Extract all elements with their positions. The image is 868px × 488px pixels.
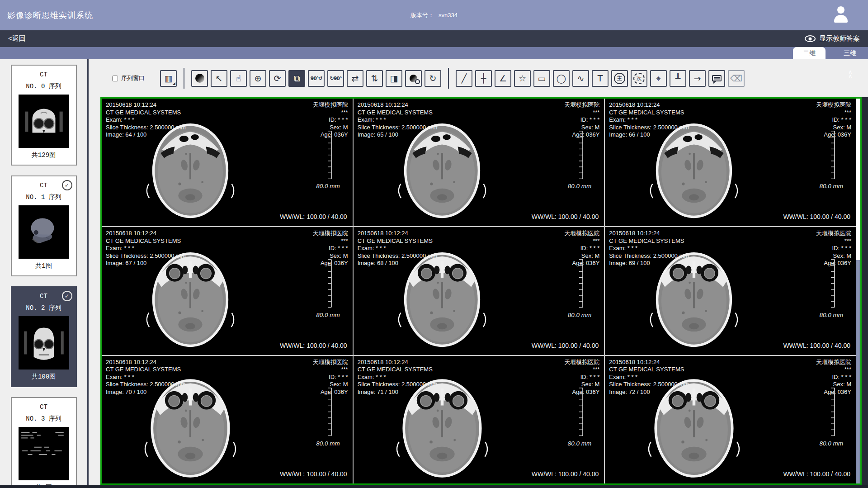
- cell-system: CT GE MEDICAL SYSTEMS: [358, 109, 438, 117]
- histogram-icon: ╨: [675, 74, 680, 83]
- cell-exam: Exam: * * *: [106, 245, 186, 252]
- tool-measure-angle[interactable]: ∠: [495, 70, 511, 87]
- draw-ellipse-icon: ◯: [557, 74, 566, 83]
- tool-refresh-rotate[interactable]: ⟳: [269, 70, 286, 87]
- series-window-toggle[interactable]: 序列窗口: [112, 74, 145, 82]
- cell-system: CT GE MEDICAL SYSTEMS: [609, 366, 689, 374]
- viewer-cell[interactable]: 20150618 10:12:24 CT GE MEDICAL SYSTEMS …: [605, 356, 856, 483]
- tab-2d[interactable]: 二维: [793, 47, 826, 59]
- cell-slice-thickness: Slice Thickness: 2.500000 mm: [358, 252, 438, 260]
- cell-patient-id: ID: * * *: [816, 116, 851, 124]
- tool-measure-line[interactable]: ╱: [456, 70, 472, 87]
- tool-flip-vertical[interactable]: ⇅: [366, 70, 383, 87]
- reset-icon: ↻: [429, 74, 437, 83]
- tool-window-level[interactable]: [405, 70, 422, 87]
- cell-patient-id: ID: * * *: [313, 374, 348, 381]
- cell-datetime: 20150618 10:12:24: [358, 359, 438, 366]
- tool-localizer[interactable]: ⌖: [650, 70, 667, 87]
- cell-patient-id: ID: * * *: [816, 374, 851, 381]
- tool-flip-horizontal[interactable]: ⇄: [347, 70, 363, 87]
- cell-hospital: 天堰模拟医院: [816, 230, 851, 237]
- tab-3d[interactable]: 三维: [832, 47, 868, 59]
- tool-draw-ellipse[interactable]: ◯: [553, 70, 570, 87]
- viewer-cell[interactable]: 20150618 10:12:24 CT GE MEDICAL SYSTEMS …: [102, 356, 353, 483]
- cell-exam: Exam: * * *: [106, 116, 186, 124]
- tool-histogram[interactable]: ╨: [670, 70, 686, 87]
- select-icon: ↖: [216, 74, 223, 83]
- user-avatar-icon[interactable]: [833, 6, 849, 24]
- tool-reset[interactable]: ↻: [425, 70, 441, 87]
- cell-patient-id: ID: * * *: [313, 245, 348, 252]
- tool-marker-primary[interactable]: 主: [611, 70, 628, 87]
- window-level-readout: WW/WL: 100.00 / 40.00: [280, 342, 347, 349]
- tool-zoom-in[interactable]: ⊕: [250, 70, 266, 87]
- viewer-cell[interactable]: 20150618 10:12:24 CT GE MEDICAL SYSTEMS …: [605, 99, 856, 226]
- viewer-cell[interactable]: 20150618 10:12:24 CT GE MEDICAL SYSTEMS …: [354, 356, 604, 483]
- skull-lateral-thumb: [19, 205, 69, 259]
- series-window-checkbox[interactable]: [112, 76, 118, 81]
- viewer-cell[interactable]: 20150618 10:12:24 CT GE MEDICAL SYSTEMS …: [605, 227, 856, 355]
- tool-layout-grid[interactable]: ▥◢: [160, 70, 177, 87]
- image-grid: 20150618 10:12:24 CT GE MEDICAL SYSTEMS …: [102, 99, 856, 483]
- series-card-0[interactable]: CT NO. 0 序列 共129图: [11, 65, 77, 166]
- scrollbar-thumb[interactable]: [856, 260, 860, 483]
- arrow-annotation-icon: →: [694, 74, 701, 83]
- series-card-3[interactable]: CT NO. 3 序列 共1图: [11, 397, 77, 488]
- eye-icon: [805, 35, 816, 42]
- viewer-cell[interactable]: 20150618 10:12:24 CT GE MEDICAL SYSTEMS …: [102, 99, 353, 226]
- scale-ruler-icon: [577, 259, 584, 308]
- tool-arrow-annotation[interactable]: →: [689, 70, 706, 87]
- tool-region-zoom[interactable]: ⧉: [288, 70, 305, 87]
- series-card-2[interactable]: ✓ CT NO. 2 序列 共100图: [11, 286, 77, 387]
- tool-draw-rectangle[interactable]: ▭: [533, 70, 550, 87]
- collapse-toolbar-button[interactable]: ∧ ∧: [848, 70, 853, 78]
- tool-pan[interactable]: ☝: [230, 70, 247, 87]
- tool-measure-cross[interactable]: ┼: [475, 70, 492, 87]
- series-card-1[interactable]: ✓ CT NO. 1 序列 共1图: [11, 175, 77, 276]
- series-name: NO. 1 序列: [12, 193, 76, 201]
- bottom-edge: [0, 485, 868, 488]
- cell-datetime: 20150618 10:12:24: [358, 230, 438, 237]
- tool-invert[interactable]: ◨: [386, 70, 402, 87]
- show-teacher-answer-button[interactable]: 显示教师答案: [805, 34, 860, 43]
- window-level-readout: WW/WL: 100.00 / 40.00: [783, 342, 850, 349]
- cell-sex: Sex: M: [564, 252, 599, 260]
- tool-window-preset-sphere[interactable]: [191, 70, 208, 87]
- viewer-cell[interactable]: 20150618 10:12:24 CT GE MEDICAL SYSTEMS …: [354, 99, 604, 226]
- scale-ruler-icon: [829, 388, 836, 436]
- cell-slice-thickness: Slice Thickness: 2.500000 mm: [106, 381, 186, 389]
- scale-label: 80.0 mm: [316, 440, 340, 447]
- window-preset-sphere-icon: [195, 74, 204, 83]
- tool-marker-secondary[interactable]: 次: [631, 70, 647, 87]
- tool-eraser[interactable]: ⌫: [728, 70, 745, 87]
- series-thumbnail: [19, 95, 69, 148]
- tool-rotate-cw-90[interactable]: ↻90°: [327, 70, 344, 87]
- measure-line-icon: ╱: [462, 74, 467, 83]
- invert-icon: ◨: [390, 74, 398, 83]
- view-mode-tabs: 二维 三维: [0, 47, 868, 59]
- window-level-readout: WW/WL: 100.00 / 40.00: [280, 470, 347, 478]
- tool-text-annotation[interactable]: T: [592, 70, 609, 87]
- cell-exam: Exam: * * *: [358, 374, 438, 381]
- nav-bar: <返回 显示教师答案: [0, 30, 868, 47]
- viewer-scrollbar[interactable]: [856, 99, 860, 483]
- back-button[interactable]: <返回: [8, 34, 26, 43]
- cell-sex: Sex: M: [313, 124, 348, 132]
- comment-icon: [712, 75, 722, 81]
- tool-comment[interactable]: [708, 70, 725, 87]
- cell-system: CT GE MEDICAL SYSTEMS: [358, 237, 438, 245]
- tool-rotate-ccw-90[interactable]: 90°↺: [308, 70, 325, 87]
- series-window-label: 序列窗口: [121, 74, 145, 82]
- viewer-cell[interactable]: 20150618 10:12:24 CT GE MEDICAL SYSTEMS …: [354, 227, 604, 355]
- tool-profile-curve[interactable]: ∿: [572, 70, 589, 87]
- scale-ruler-icon: [829, 131, 836, 179]
- viewer-cell[interactable]: 20150618 10:12:24 CT GE MEDICAL SYSTEMS …: [102, 227, 353, 355]
- tool-draw-star[interactable]: ☆: [514, 70, 531, 87]
- scout-info-thumb: [19, 427, 69, 480]
- profile-curve-icon: ∿: [577, 74, 585, 83]
- cell-stars: ***: [816, 109, 851, 117]
- cell-stars: ***: [313, 109, 348, 117]
- tool-select[interactable]: ↖: [211, 70, 227, 87]
- cell-hospital: 天堰模拟医院: [564, 101, 599, 109]
- scale-label: 80.0 mm: [316, 312, 340, 318]
